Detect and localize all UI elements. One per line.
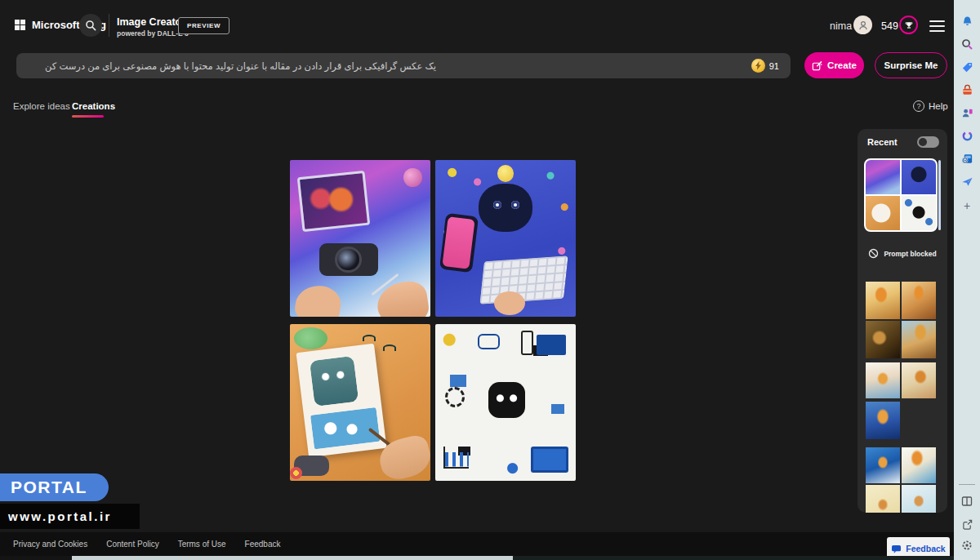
blocked-icon	[868, 248, 879, 259]
doodle-speech-bubble-shape	[478, 334, 501, 349]
lightbulb-shape	[497, 165, 514, 182]
help-question-icon: ?	[913, 100, 924, 112]
tab-explore-ideas[interactable]: Explore ideas	[13, 101, 70, 111]
recent-thumbnail-group[interactable]	[866, 282, 936, 358]
creations-grid	[290, 160, 576, 481]
bottom-edge-strip	[0, 556, 72, 560]
recent-thumbnail[interactable]	[902, 196, 936, 230]
bird-shape	[383, 344, 396, 351]
drop-plane-icon[interactable]	[960, 175, 973, 188]
recent-thumbnail[interactable]	[866, 282, 900, 319]
hamburger-menu-icon[interactable]	[929, 20, 945, 32]
left-hand-shape	[293, 282, 343, 317]
camera-lens-shape	[335, 247, 362, 273]
recent-thumbnail-group-selected[interactable]	[864, 158, 938, 232]
smartphone-shape	[439, 213, 479, 273]
recent-thumbnail[interactable]	[902, 362, 936, 398]
create-button[interactable]: Create	[804, 52, 864, 78]
recent-thumbnail[interactable]	[866, 485, 900, 513]
bird-shape	[363, 335, 376, 341]
art-tablet-shape	[297, 171, 370, 232]
add-plus-icon[interactable]: +	[960, 199, 973, 212]
flower-shape	[290, 467, 302, 479]
footer-bar: Privacy and Cookies Content Policy Terms…	[0, 532, 954, 556]
create-pencil-icon	[812, 60, 822, 71]
people-icon[interactable]	[960, 106, 973, 119]
settings-gear-icon[interactable]	[960, 539, 973, 552]
robot-eye-shape	[511, 201, 519, 209]
help-link[interactable]: ? Help	[913, 100, 948, 112]
pink-balloon-shape	[403, 168, 421, 187]
recent-thumbnail[interactable]	[866, 402, 900, 439]
copilot-swirl-icon[interactable]	[960, 129, 973, 142]
feedback-button-label: Feedback	[906, 544, 945, 553]
recent-thumbnail[interactable]	[866, 321, 900, 358]
username-label[interactable]: nima	[830, 20, 852, 32]
recent-thumbnail[interactable]	[866, 447, 900, 483]
toggle-knob	[919, 138, 927, 146]
recent-thumbnail[interactable]	[902, 447, 936, 483]
recent-thumbnail-group[interactable]	[866, 447, 936, 513]
recent-thumbnail[interactable]	[902, 282, 936, 319]
recent-thumbnail[interactable]	[866, 160, 900, 194]
rewards-points[interactable]: 549	[881, 20, 898, 32]
doodle-gear-shape	[445, 387, 465, 407]
boost-coin-icon	[751, 59, 765, 73]
recent-thumbnail[interactable]	[866, 362, 900, 398]
sidebar-search-icon[interactable]	[960, 38, 973, 51]
feedback-bubble-icon	[891, 544, 902, 553]
recent-thumbnail[interactable]	[866, 196, 900, 230]
open-link-icon[interactable]	[960, 518, 973, 531]
bottom-edge-strip	[72, 556, 513, 560]
prompt-text: یک عکس گرافیکی برای قرار دادن در مقاله ب…	[45, 60, 436, 72]
edge-sidebar: +	[954, 0, 980, 560]
search-icon	[85, 20, 96, 31]
outlook-icon[interactable]	[960, 152, 973, 165]
surprise-me-button[interactable]: Surprise Me	[875, 52, 947, 78]
footer-link-feedback[interactable]: Feedback	[245, 540, 281, 549]
recent-thumbnail[interactable]	[902, 160, 936, 194]
green-cloud-shape	[294, 327, 327, 349]
generated-image-1[interactable]	[290, 160, 430, 317]
footer-link-privacy[interactable]: Privacy and Cookies	[13, 540, 87, 549]
help-label: Help	[929, 101, 948, 111]
preview-badge: PREVIEW	[178, 17, 229, 34]
doodle-chart-shape	[443, 447, 469, 469]
robot-head-shape	[479, 184, 532, 233]
surprise-me-label: Surprise Me	[884, 60, 938, 70]
recent-title: Recent	[867, 137, 898, 147]
doodle-robot-head-shape	[488, 382, 525, 418]
prompt-blocked-label: Prompt blocked	[884, 250, 936, 258]
portal-watermark-url: www.portal.ir	[0, 504, 140, 529]
robot-eye-shape	[493, 201, 501, 209]
recent-thumbnail[interactable]	[902, 321, 936, 358]
microsoft-logo-icon	[15, 20, 25, 30]
doodle-laptop-shape	[531, 447, 568, 473]
footer-link-content-policy[interactable]: Content Policy	[106, 540, 158, 549]
generated-image-2[interactable]	[435, 160, 576, 317]
split-screen-icon[interactable]	[960, 495, 973, 508]
recent-thumbnail-group[interactable]	[866, 362, 936, 398]
boost-count: 91	[769, 61, 779, 71]
prompt-input[interactable]: یک عکس گرافیکی برای قرار دادن در مقاله ب…	[16, 53, 791, 78]
user-avatar[interactable]	[853, 16, 872, 34]
trophy-icon	[904, 20, 914, 30]
collections-tag-icon[interactable]	[960, 60, 973, 73]
recent-thumbnail[interactable]	[902, 485, 936, 513]
shopping-icon[interactable]	[960, 83, 973, 96]
generated-image-4[interactable]	[435, 324, 576, 481]
notifications-bell-icon[interactable]	[960, 15, 973, 28]
prompt-blocked-item[interactable]: Prompt blocked	[858, 248, 947, 259]
recent-toggle[interactable]	[917, 136, 939, 148]
sketched-robot-shape	[310, 355, 359, 407]
boost-badge: 91	[751, 59, 779, 73]
bottom-edge-strip	[513, 556, 954, 560]
header-search-button[interactable]	[79, 14, 102, 37]
drawing-paper-shape	[296, 343, 387, 456]
generated-image-3[interactable]	[290, 324, 430, 481]
tab-creations[interactable]: Creations	[72, 101, 115, 111]
footer-link-terms[interactable]: Terms of Use	[178, 540, 226, 549]
recent-scrollbar[interactable]	[938, 160, 941, 230]
create-label: Create	[827, 60, 857, 70]
microsoft-rewards-icon[interactable]	[899, 16, 918, 34]
